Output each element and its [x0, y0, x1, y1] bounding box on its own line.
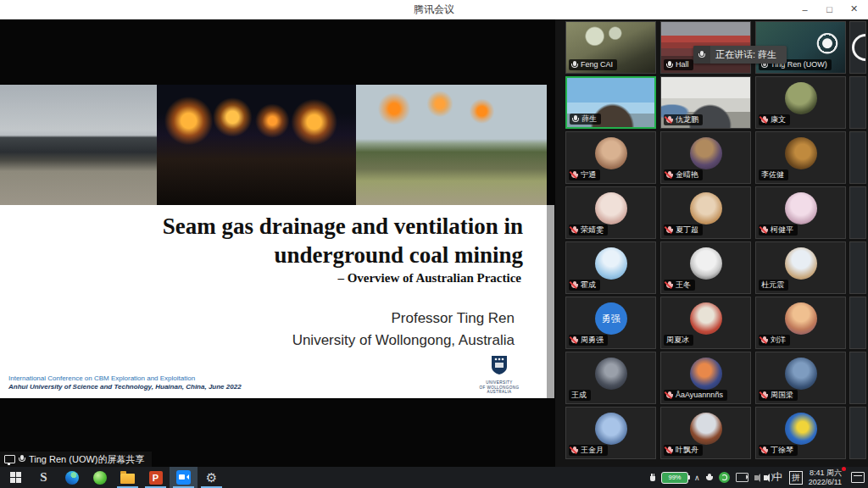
- mic-muted-icon: [761, 116, 768, 125]
- participant-name: 周勇强: [581, 336, 604, 345]
- participant-tile[interactable]: 荣婧雯: [565, 186, 656, 239]
- participant-label: 康文: [759, 114, 790, 125]
- participant-tile[interactable]: 勇强周勇强: [565, 297, 656, 349]
- participant-name: 周国梁: [771, 391, 793, 400]
- participant-grid: Feng CAIHallTing Ren (UOW)薛生仇龙鹏康文宁通金晴艳李佐…: [555, 19, 868, 467]
- edge-browser-icon: [65, 471, 79, 485]
- tray-camera-icon[interactable]: [736, 473, 748, 482]
- file-explorer-icon: [120, 474, 135, 484]
- participant-tile[interactable]: 薛生: [565, 76, 656, 129]
- participant-tile[interactable]: 仇龙鹏: [660, 76, 751, 129]
- participant-avatar: 勇强: [595, 302, 627, 335]
- tray-mic-icon[interactable]: [706, 474, 713, 482]
- participant-tile-partial[interactable]: [849, 131, 866, 184]
- participant-tile[interactable]: ÅaAyuannnñs: [660, 352, 751, 404]
- participant-name: 夏丁超: [676, 225, 698, 235]
- taskbar-file-explorer-button[interactable]: [114, 467, 142, 488]
- taskbar-settings-button[interactable]: ⚙: [198, 467, 225, 488]
- mic-muted-icon: [761, 336, 768, 345]
- uow-logo-icon: [491, 355, 508, 375]
- taskbar-tencent-meeting-button[interactable]: [170, 467, 198, 488]
- tray-green-app-icon[interactable]: [719, 472, 730, 483]
- shared-screen: Seam gas drainage and ventilation in und…: [0, 19, 555, 467]
- participant-tile-partial[interactable]: [849, 297, 866, 349]
- participant-label: 金晴艳: [664, 169, 703, 180]
- mic-muted-icon: [666, 281, 673, 290]
- participant-tile[interactable]: 叶飘舟: [660, 407, 751, 459]
- participant-tile[interactable]: 王成: [565, 352, 656, 404]
- participant-tile[interactable]: 王金月: [565, 407, 656, 459]
- close-button[interactable]: ✕: [842, 0, 866, 18]
- tray-volume-icon[interactable]: [764, 475, 767, 480]
- participant-tile[interactable]: 康文: [755, 76, 846, 129]
- slide-presenter: Professor Ting Ren: [0, 308, 515, 330]
- tencent-meeting-window: 腾讯会议 –□✕ Seam gas drainage and ventilati…: [0, 0, 868, 488]
- participant-label: 荣婧雯: [569, 225, 608, 236]
- minimize-button[interactable]: –: [793, 0, 817, 18]
- tray-speaker-muted-icon[interactable]: [754, 475, 758, 480]
- notification-dot: [842, 467, 846, 471]
- windows-start-icon: [10, 472, 21, 483]
- mic-muted-icon: [571, 446, 578, 455]
- participant-name: 康文: [771, 115, 786, 125]
- participant-label: 周夏冰: [664, 335, 693, 346]
- taskbar-powerpoint-button[interactable]: P: [142, 467, 170, 488]
- clock[interactable]: 8:41 周六 2022/6/11: [809, 469, 843, 486]
- participant-label: 夏丁超: [664, 225, 703, 236]
- participant-tile[interactable]: 王冬: [660, 241, 751, 294]
- participant-tile-partial[interactable]: [849, 407, 866, 459]
- participant-tile[interactable]: Feng CAI: [565, 21, 656, 74]
- participant-label: 叶飘舟: [664, 445, 703, 456]
- participant-tile[interactable]: 丁徐琴: [755, 407, 846, 459]
- participant-tile[interactable]: 金晴艳: [660, 131, 751, 184]
- taskbar-app-s-button[interactable]: S: [30, 467, 58, 488]
- participant-label: ÅaAyuannnñs: [664, 390, 727, 401]
- participant-label: 丁徐琴: [759, 445, 798, 456]
- screen-share-label: Ting Ren (UOW)的屏幕共享: [29, 453, 145, 466]
- participant-tile[interactable]: 宁通: [565, 131, 656, 184]
- participant-tile[interactable]: 杜元震: [755, 241, 846, 294]
- participant-avatar: [785, 82, 817, 114]
- slide-subtitle: – Overview of Australian Practice: [0, 269, 547, 286]
- participant-label: 王成: [569, 390, 591, 401]
- slide-scrollbar[interactable]: [547, 205, 554, 398]
- participant-label: 宁通: [569, 169, 600, 180]
- participant-label: 霍成: [569, 280, 600, 291]
- participant-tile[interactable]: 刘洋: [755, 297, 846, 349]
- participant-avatar: [690, 192, 722, 225]
- participant-name: 宁通: [581, 170, 596, 180]
- battery-indicator[interactable]: 99%: [661, 472, 688, 484]
- taskbar-start-button[interactable]: [2, 467, 30, 488]
- taskbar-edge-button[interactable]: [58, 467, 86, 488]
- mic-muted-icon: [571, 281, 578, 290]
- maximize-button[interactable]: □: [817, 0, 842, 18]
- participant-name: Hall: [676, 60, 689, 69]
- participant-tile-partial[interactable]: [849, 76, 866, 129]
- conference-footer: International Conference on CBM Explorat…: [8, 374, 242, 391]
- mic-muted-icon: [666, 226, 673, 235]
- screen-share-banner: Ting Ren (UOW)的屏幕共享: [0, 452, 152, 467]
- participant-tile-partial[interactable]: [849, 21, 866, 74]
- participant-name: 王冬: [676, 280, 691, 290]
- participant-tile[interactable]: 李佐健: [755, 131, 846, 184]
- ime-mode-indicator[interactable]: 拼: [789, 471, 803, 485]
- participant-name: 周夏冰: [666, 336, 689, 345]
- participant-name: 薛生: [581, 114, 597, 124]
- participant-name: 仇龙鹏: [676, 115, 698, 125]
- participant-tile[interactable]: 周夏冰: [660, 297, 751, 349]
- ime-language-indicator[interactable]: 中: [773, 470, 783, 485]
- participant-tile[interactable]: 霍成: [565, 241, 656, 294]
- taskbar-green-browser-button[interactable]: [86, 467, 114, 488]
- participant-tile[interactable]: 周国梁: [755, 352, 846, 404]
- participant-tile[interactable]: 柯健平: [755, 186, 846, 239]
- participant-label: 王金月: [569, 445, 608, 456]
- tray-expand-chevron[interactable]: ∧: [694, 474, 700, 482]
- settings-gear-icon: ⚙: [206, 471, 217, 484]
- participant-tile[interactable]: 夏丁超: [660, 186, 751, 239]
- uow-logo: UNIVERSITY OF WOLLONGONG AUSTRALIA: [467, 355, 531, 395]
- action-center-icon[interactable]: [851, 472, 865, 483]
- participant-tile-partial[interactable]: [849, 241, 866, 294]
- participant-avatar: [785, 302, 817, 335]
- participant-tile-partial[interactable]: [849, 186, 866, 239]
- participant-tile-partial[interactable]: [849, 352, 866, 404]
